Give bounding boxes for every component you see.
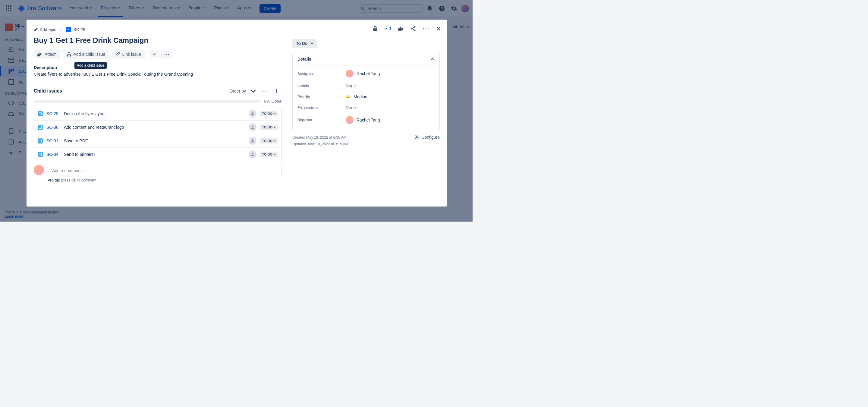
- child-issues-heading: Child issues: [34, 88, 227, 94]
- details-panel: Details Assignee Rachel Tang Labels None…: [292, 53, 440, 130]
- child-status-dropdown[interactable]: TO DO: [260, 138, 278, 144]
- progress-text: 0% Done: [264, 99, 281, 104]
- labels-field[interactable]: Labels None: [293, 81, 439, 91]
- issue-modal: Add epic / SC-28 Buy 1 Get 1 Free Drink …: [27, 20, 447, 207]
- child-status-dropdown[interactable]: TO DO: [260, 125, 278, 130]
- reporter-field[interactable]: Reporter Rachel Tang: [293, 113, 439, 127]
- svg-rect-18: [70, 55, 71, 57]
- svg-rect-17: [67, 55, 68, 57]
- add-epic-label: Add epic: [40, 27, 56, 32]
- add-epic-button[interactable]: Add epic: [34, 27, 56, 32]
- child-assignee-button[interactable]: [249, 123, 256, 131]
- modal-more-button[interactable]: ⋯: [422, 25, 430, 32]
- child-status-dropdown[interactable]: TO DO: [260, 152, 278, 157]
- comment-input[interactable]: [48, 165, 281, 176]
- child-assignee-button[interactable]: [249, 137, 256, 145]
- close-modal-button[interactable]: [435, 25, 442, 32]
- child-status-dropdown[interactable]: TO DO: [260, 111, 278, 116]
- link-icon: [115, 52, 121, 57]
- subtask-type-icon: [38, 152, 43, 157]
- more-actions-button[interactable]: ⋯: [161, 50, 172, 59]
- subtask-type-icon: [38, 138, 43, 144]
- attach-button[interactable]: Attach: [34, 50, 60, 59]
- assignee-field[interactable]: Assignee Rachel Tang: [293, 67, 439, 81]
- tooltip: Add a child issue: [74, 62, 107, 69]
- add-child-issue-button[interactable]: Add a child issue: [63, 50, 109, 59]
- share-icon[interactable]: [410, 25, 417, 32]
- task-type-icon: [66, 27, 71, 32]
- issue-title[interactable]: Buy 1 Get 1 Free Drink Campaign: [34, 36, 281, 44]
- child-assignee-button[interactable]: [249, 110, 256, 118]
- order-by-dropdown[interactable]: Order by: [230, 88, 256, 94]
- svg-point-21: [252, 139, 253, 141]
- child-summary: Design the flyer layout: [64, 111, 245, 116]
- pencil-icon: [34, 27, 38, 32]
- child-key-link[interactable]: SC-29: [46, 111, 60, 116]
- link-dropdown-button[interactable]: [150, 50, 159, 58]
- details-toggle[interactable]: Details: [293, 53, 439, 65]
- child-more-button[interactable]: ⋯: [259, 86, 269, 96]
- watch-button[interactable]: 1: [384, 25, 392, 32]
- child-summary: Add content and restaurant logo: [64, 125, 245, 130]
- child-issue-row[interactable]: SC-30 Add content and restaurant logo TO…: [34, 121, 281, 134]
- svg-point-19: [252, 112, 253, 114]
- subtask-type-icon: [38, 125, 43, 130]
- svg-rect-16: [68, 52, 70, 54]
- chevron-up-icon: [430, 57, 435, 61]
- fixversions-field[interactable]: Fix versions None: [293, 102, 439, 113]
- pro-tip-text: Pro tip: press M to comment: [48, 178, 281, 182]
- issue-key-link[interactable]: SC-28: [66, 27, 85, 32]
- child-key-link[interactable]: SC-34: [46, 152, 60, 157]
- link-issue-button[interactable]: Link issue: [112, 50, 145, 59]
- child-key-link[interactable]: SC-31: [46, 138, 60, 143]
- svg-rect-27: [346, 97, 350, 98]
- child-issue-icon: [66, 52, 72, 57]
- child-issues-list: SC-29 Design the flyer layout TO DO SC-3…: [34, 107, 281, 161]
- configure-button[interactable]: Configure: [414, 134, 440, 140]
- priority-medium-icon: [346, 94, 350, 99]
- status-dropdown[interactable]: To Do: [292, 39, 317, 48]
- child-summary: Send to printers!: [64, 152, 245, 157]
- child-summary: Save to PDF: [64, 138, 245, 143]
- child-issue-row[interactable]: SC-29 Design the flyer layout TO DO: [34, 107, 281, 121]
- gear-icon: [414, 134, 420, 140]
- reporter-avatar: [346, 116, 353, 124]
- child-issue-row[interactable]: SC-34 Send to printers! TO DO: [34, 148, 281, 161]
- comment-avatar: [34, 165, 44, 175]
- svg-point-28: [416, 136, 418, 138]
- child-issue-row[interactable]: SC-31 Save to PDF TO DO: [34, 134, 281, 148]
- child-assignee-button[interactable]: [249, 151, 256, 158]
- description-text[interactable]: Create flyers to advertise "Buy 1 Get 1 …: [34, 72, 281, 76]
- description-label: Description: [34, 65, 281, 70]
- subtask-type-icon: [38, 111, 43, 116]
- svg-rect-26: [346, 96, 350, 96]
- attachment-icon: [37, 52, 43, 57]
- breadcrumb-separator: /: [60, 27, 61, 32]
- progress-bar: [34, 100, 260, 102]
- vote-icon[interactable]: [397, 25, 404, 32]
- child-key-link[interactable]: SC-30: [46, 125, 60, 130]
- lock-icon[interactable]: [372, 25, 379, 32]
- assignee-avatar: [346, 70, 353, 77]
- priority-field[interactable]: Priority Medium: [293, 91, 439, 102]
- add-child-plus-button[interactable]: [272, 86, 281, 96]
- svg-point-22: [252, 153, 253, 154]
- svg-point-20: [252, 126, 253, 127]
- issue-key-text: SC-28: [73, 27, 85, 32]
